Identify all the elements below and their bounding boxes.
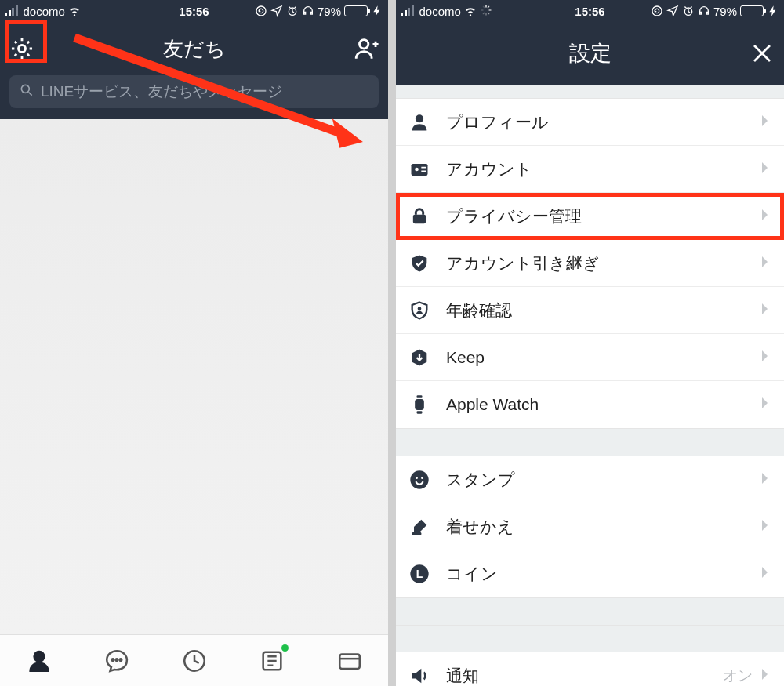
settings-row-label: プロフィール bbox=[446, 111, 760, 133]
section-gap bbox=[396, 626, 784, 652]
friends-list-placeholder bbox=[0, 119, 388, 634]
svg-point-8 bbox=[119, 659, 122, 661]
settings-row-download[interactable]: Keep bbox=[396, 334, 784, 381]
svg-point-24 bbox=[421, 477, 423, 479]
tab-friends[interactable] bbox=[0, 635, 78, 686]
svg-rect-19 bbox=[415, 399, 424, 410]
settings-row-shieldcheck[interactable]: アカウント引き継ぎ bbox=[396, 240, 784, 287]
svg-point-23 bbox=[416, 477, 418, 479]
section-gap bbox=[396, 597, 784, 626]
battery-icon bbox=[344, 5, 368, 16]
settings-row-label: 通知 bbox=[446, 665, 723, 686]
svg-point-4 bbox=[21, 85, 29, 93]
navbar-spacer bbox=[396, 31, 440, 75]
settings-row-value: オン bbox=[723, 666, 753, 686]
chevron-right-icon bbox=[760, 565, 770, 583]
settings-row-label: アカウント引き継ぎ bbox=[446, 252, 760, 274]
svg-rect-21 bbox=[417, 411, 423, 414]
settings-row-idcard[interactable]: アカウント bbox=[396, 146, 784, 193]
svg-point-7 bbox=[115, 659, 118, 661]
shieldcheck-icon bbox=[408, 252, 446, 274]
news-badge-dot bbox=[281, 644, 289, 652]
settings-row-shieldperson[interactable]: 年齢確認 bbox=[396, 287, 784, 334]
settings-title: 設定 bbox=[440, 39, 740, 67]
friends-title: 友だち bbox=[44, 35, 344, 63]
svg-point-14 bbox=[416, 114, 423, 122]
svg-rect-20 bbox=[417, 395, 423, 398]
status-bar: docomo 15:56 79% bbox=[396, 0, 784, 22]
settings-row-label: プライバシー管理 bbox=[446, 205, 760, 227]
clock: 15:56 bbox=[0, 5, 388, 18]
settings-row-label: Keep bbox=[446, 348, 760, 367]
svg-rect-11 bbox=[339, 654, 360, 668]
chevron-right-icon bbox=[760, 302, 770, 319]
svg-point-3 bbox=[360, 40, 368, 49]
shieldperson-icon bbox=[408, 299, 446, 321]
svg-point-6 bbox=[111, 659, 114, 661]
chevron-right-icon bbox=[760, 349, 770, 366]
tab-chats[interactable] bbox=[78, 635, 155, 686]
svg-rect-25 bbox=[412, 532, 422, 535]
settings-row-watch[interactable]: Apple Watch bbox=[396, 381, 784, 428]
svg-rect-17 bbox=[413, 214, 426, 223]
add-friend-button[interactable] bbox=[344, 27, 388, 71]
person-icon bbox=[408, 111, 446, 133]
speaker-icon bbox=[408, 665, 446, 686]
clock: 15:56 bbox=[396, 5, 784, 18]
download-icon bbox=[408, 347, 446, 368]
smile-icon bbox=[408, 469, 446, 491]
chevron-right-icon bbox=[760, 161, 770, 178]
brush-icon bbox=[408, 516, 446, 538]
search-bar[interactable] bbox=[9, 75, 379, 108]
settings-row-label: コイン bbox=[446, 563, 760, 585]
svg-point-18 bbox=[418, 307, 422, 310]
section-gap bbox=[396, 428, 784, 456]
tab-bar bbox=[0, 634, 388, 686]
svg-point-2 bbox=[18, 45, 25, 52]
section-gap bbox=[396, 85, 784, 99]
chevron-right-icon bbox=[760, 471, 770, 488]
tab-wallet[interactable] bbox=[310, 635, 388, 686]
coin-icon: L bbox=[408, 563, 446, 585]
settings-row-speaker[interactable]: 通知オン bbox=[396, 652, 784, 686]
settings-navbar: 設定 bbox=[396, 22, 784, 85]
battery-icon bbox=[740, 5, 764, 16]
search-icon bbox=[19, 82, 34, 101]
search-input[interactable] bbox=[41, 83, 369, 100]
watch-icon bbox=[408, 394, 446, 416]
settings-row-label: アカウント bbox=[446, 158, 760, 180]
tab-news[interactable] bbox=[233, 635, 310, 686]
settings-row-label: Apple Watch bbox=[446, 395, 760, 414]
status-bar: docomo 15:56 79% bbox=[0, 0, 388, 22]
chevron-right-icon bbox=[760, 518, 770, 535]
settings-row-brush[interactable]: 着せかえ bbox=[396, 503, 784, 550]
search-wrap bbox=[0, 75, 388, 119]
phone-settings: docomo 15:56 79% 設定 プロ bbox=[396, 0, 784, 686]
phone-friends: docomo 15:56 79% 友だち bbox=[0, 0, 388, 686]
settings-row-smile[interactable]: スタンプ bbox=[396, 456, 784, 503]
settings-row-label: 年齢確認 bbox=[446, 299, 760, 321]
svg-point-16 bbox=[415, 167, 419, 171]
settings-row-person[interactable]: プロフィール bbox=[396, 99, 784, 146]
settings-gear-button[interactable] bbox=[0, 27, 44, 71]
close-button[interactable] bbox=[740, 31, 784, 75]
settings-row-label: 着せかえ bbox=[446, 516, 760, 538]
svg-point-22 bbox=[410, 470, 428, 488]
svg-rect-15 bbox=[412, 164, 428, 176]
svg-point-5 bbox=[34, 651, 44, 661]
settings-row-label: スタンプ bbox=[446, 469, 760, 491]
chevron-right-icon bbox=[760, 114, 770, 131]
chevron-right-icon bbox=[760, 396, 770, 413]
chevron-right-icon bbox=[760, 208, 770, 225]
idcard-icon bbox=[408, 158, 446, 180]
settings-list[interactable]: プロフィールアカウントプライバシー管理アカウント引き継ぎ年齢確認KeepAppl… bbox=[396, 85, 784, 686]
tab-timeline[interactable] bbox=[155, 635, 233, 686]
friends-navbar: 友だち bbox=[0, 22, 388, 75]
settings-row-coin[interactable]: Lコイン bbox=[396, 550, 784, 597]
chevron-right-icon bbox=[760, 255, 770, 272]
settings-row-lock[interactable]: プライバシー管理 bbox=[396, 193, 784, 240]
svg-text:L: L bbox=[416, 568, 423, 580]
chevron-right-icon bbox=[760, 667, 770, 684]
lock-icon bbox=[408, 205, 446, 227]
